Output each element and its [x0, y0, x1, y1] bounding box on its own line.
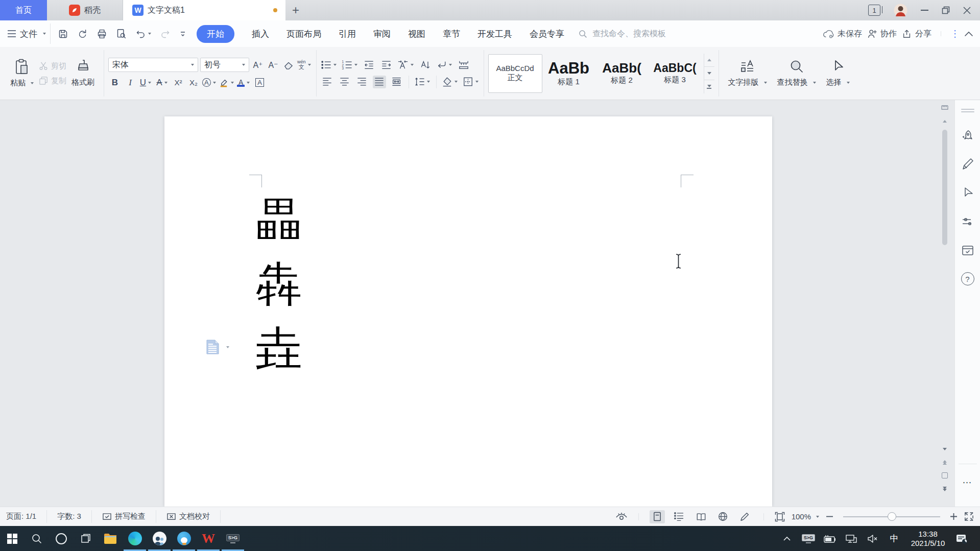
quick-start-rocket-icon[interactable] — [961, 129, 974, 142]
strikethrough-button[interactable]: A — [155, 76, 170, 89]
clear-format-button[interactable] — [282, 59, 295, 71]
scroll-down-button[interactable] — [939, 443, 951, 454]
ime-indicator[interactable]: 中 — [885, 533, 904, 544]
scrollbar-thumb[interactable] — [942, 130, 947, 245]
document-area[interactable]: 畾 犇 垚 — [0, 100, 980, 507]
page-indicator[interactable]: 页面: 1/1 — [6, 512, 36, 521]
redo-icon[interactable] — [160, 29, 171, 39]
ruler-toggle-button[interactable] — [939, 101, 951, 112]
tab-start[interactable]: 开始 — [197, 25, 234, 43]
bold-button[interactable]: B — [108, 76, 122, 89]
justify-button[interactable] — [373, 76, 386, 88]
minimize-button[interactable] — [921, 10, 928, 11]
align-center-button[interactable] — [338, 76, 351, 88]
eye-protect-icon[interactable] — [615, 512, 628, 522]
collapse-ribbon-icon[interactable] — [965, 31, 973, 36]
styles-scroll-down-button[interactable] — [704, 67, 714, 80]
increase-indent-button[interactable] — [380, 59, 393, 71]
help-icon[interactable]: ? — [961, 272, 974, 285]
document-page[interactable]: 畾 犇 垚 — [164, 116, 772, 507]
window-switch-button[interactable]: 1 — [868, 5, 880, 16]
align-left-button[interactable] — [321, 76, 334, 88]
contacts-app-button[interactable] — [147, 526, 172, 551]
align-right-button[interactable] — [355, 76, 369, 88]
print-preview-icon[interactable] — [116, 29, 127, 39]
distribute-button[interactable] — [390, 76, 403, 88]
close-button[interactable] — [963, 7, 971, 14]
settings-sliders-icon[interactable] — [961, 215, 974, 228]
sg-app-button[interactable]: S>G — [221, 526, 245, 551]
tab-references[interactable]: 引用 — [339, 28, 356, 40]
edge-browser-button[interactable] — [123, 526, 147, 551]
zoom-in-button[interactable] — [950, 513, 958, 520]
document-text-line[interactable]: 垚 — [255, 326, 302, 373]
font-size-combo[interactable]: 初号 — [200, 58, 249, 72]
character-border-button[interactable]: A — [253, 76, 267, 89]
document-text-line[interactable]: 犇 — [255, 261, 302, 308]
pane-drag-handle-icon[interactable] — [961, 107, 974, 114]
italic-button[interactable]: I — [124, 76, 137, 89]
zoom-slider-thumb[interactable] — [888, 512, 896, 521]
style-normal[interactable]: AaBbCcDd 正文 — [488, 54, 542, 93]
pinyin-guide-button[interactable]: wén 文 — [297, 59, 312, 71]
ink-mode-button[interactable] — [737, 510, 753, 523]
tray-expand-button[interactable] — [777, 536, 797, 541]
document-text-line[interactable]: 畾 — [255, 196, 302, 243]
line-spacing-button[interactable] — [414, 76, 431, 88]
style-options-float-button[interactable] — [206, 339, 229, 355]
selection-pointer-icon[interactable] — [961, 186, 974, 200]
file-explorer-button[interactable] — [98, 526, 123, 551]
text-effects-button[interactable]: A — [202, 76, 217, 89]
tab-insert[interactable]: 插入 — [252, 28, 269, 40]
grow-font-button[interactable]: A⁺ — [251, 59, 265, 71]
taskbar-clock[interactable]: 13:38 2021/5/10 — [906, 530, 950, 548]
start-button[interactable] — [0, 526, 25, 551]
paste-button[interactable]: 粘贴 — [5, 47, 39, 100]
zoom-level-button[interactable]: 100% — [792, 512, 819, 521]
bullet-list-button[interactable] — [321, 59, 338, 71]
sort-button[interactable] — [419, 59, 432, 71]
text-layout-button[interactable]: 文字排版 — [723, 47, 772, 100]
page-view-button[interactable] — [650, 510, 665, 523]
paragraph-direction-button[interactable] — [436, 59, 453, 71]
smart-fit-button[interactable] — [397, 59, 415, 71]
style-heading2[interactable]: AaBb( 标题 2 — [595, 55, 649, 92]
more-menu-button[interactable]: ⋮ — [950, 28, 960, 39]
outline-view-button[interactable] — [672, 510, 687, 523]
save-status[interactable]: 未保存 — [822, 29, 862, 39]
font-family-combo[interactable]: 宋体 — [108, 58, 198, 72]
tab-docer[interactable]: 稻壳 — [47, 0, 123, 20]
spellcheck-button[interactable]: 拼写检查 — [102, 512, 146, 521]
tab-dev-tools[interactable]: 开发工具 — [477, 28, 512, 40]
vertical-scrollbar[interactable] — [939, 100, 951, 507]
cortana-button[interactable] — [49, 526, 74, 551]
cut-button[interactable]: 剪切 — [39, 61, 66, 71]
brush-tool-icon[interactable] — [961, 158, 974, 171]
highlight-button[interactable] — [219, 76, 235, 89]
fit-page-icon[interactable] — [775, 512, 785, 522]
word-count[interactable]: 字数: 3 — [57, 512, 81, 521]
tab-section[interactable]: 章节 — [443, 28, 460, 40]
save-icon[interactable] — [58, 29, 68, 39]
tab-member[interactable]: 会员专享 — [530, 28, 564, 40]
task-view-button[interactable] — [74, 526, 98, 551]
undo-button[interactable] — [135, 29, 151, 39]
fullscreen-icon[interactable] — [964, 512, 974, 521]
format-painter-button[interactable]: 格式刷 — [66, 47, 100, 100]
proofread-button[interactable]: 文档校对 — [166, 512, 210, 521]
volume-muted-button[interactable] — [863, 534, 882, 543]
tab-view[interactable]: 视图 — [408, 28, 425, 40]
tab-page-layout[interactable]: 页面布局 — [286, 28, 321, 40]
zoom-slider[interactable] — [843, 516, 940, 517]
pane-more-button[interactable]: ⋯ — [963, 477, 973, 488]
decrease-indent-button[interactable] — [363, 59, 376, 71]
wps-office-button[interactable]: W — [196, 526, 221, 551]
web-layout-button[interactable] — [715, 510, 731, 523]
find-replace-button[interactable]: 查找替换 — [772, 47, 821, 100]
numbered-list-button[interactable]: 123 — [342, 59, 358, 71]
search-input[interactable] — [591, 29, 690, 39]
scroll-up-button[interactable] — [939, 115, 951, 127]
borders-button[interactable] — [463, 76, 480, 88]
font-color-button[interactable]: A — [237, 76, 251, 89]
taskbar-search-button[interactable] — [25, 526, 49, 551]
